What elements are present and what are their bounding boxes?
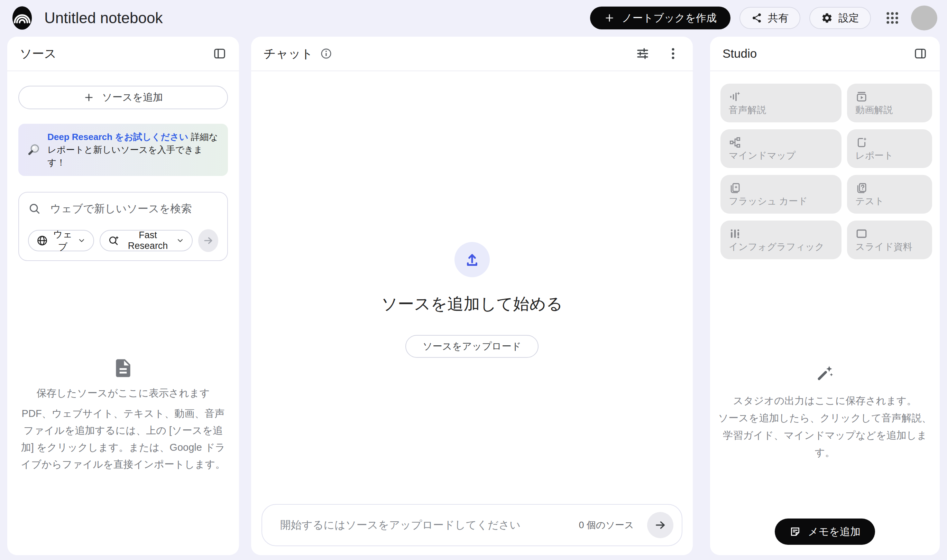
chat-panel-header: チャット bbox=[251, 37, 693, 71]
chevron-down-icon bbox=[176, 237, 184, 245]
tool-label: スライド資料 bbox=[855, 241, 912, 253]
quiz-icon bbox=[855, 182, 868, 194]
plus-icon bbox=[604, 12, 615, 23]
share-button[interactable]: 共有 bbox=[739, 7, 800, 29]
tool-label: フラッシュ カード bbox=[729, 195, 808, 208]
settings-button[interactable]: 設定 bbox=[809, 7, 871, 29]
audio-overview-icon bbox=[729, 91, 741, 103]
infographic-icon bbox=[729, 228, 741, 240]
magic-wand-icon bbox=[816, 364, 834, 382]
tool-label: 音声解説 bbox=[729, 104, 766, 116]
gear-icon bbox=[821, 12, 833, 24]
globe-icon bbox=[36, 235, 48, 246]
slides-icon bbox=[855, 228, 868, 240]
tool-label: テスト bbox=[855, 195, 884, 208]
tool-label: マインドマップ bbox=[729, 149, 796, 162]
report-icon bbox=[855, 136, 868, 149]
upload-icon[interactable] bbox=[455, 242, 490, 277]
add-note-button[interactable]: メモを追加 bbox=[775, 518, 875, 545]
chat-panel-title: チャット bbox=[264, 46, 313, 62]
add-note-label: メモを追加 bbox=[808, 525, 861, 539]
add-note-row: メモを追加 bbox=[710, 510, 940, 555]
web-source-chip[interactable]: ウェブ bbox=[28, 230, 94, 251]
apps-grid-icon[interactable] bbox=[881, 7, 904, 29]
add-source-label: ソースを追加 bbox=[102, 91, 163, 105]
sources-empty-title: 保存したソースがここに表示されます bbox=[36, 386, 210, 400]
tool-slides[interactable]: スライド資料 bbox=[847, 220, 932, 259]
search-options-row: ウェブ Fast Researc bbox=[28, 229, 218, 252]
tool-label: 動画解説 bbox=[855, 104, 893, 116]
main-area: ソース ソースを追加 bbox=[0, 36, 947, 560]
add-source-button[interactable]: ソースを追加 bbox=[19, 86, 228, 109]
studio-tools-grid: 音声解説 動画解説 bbox=[710, 71, 940, 259]
chat-empty-title: ソースを追加して始める bbox=[381, 293, 563, 315]
studio-empty-line1: スタジオの出力はここに保存されます。 bbox=[733, 392, 917, 409]
tool-flashcards[interactable]: フラッシュ カード bbox=[720, 175, 842, 214]
web-search-input[interactable] bbox=[49, 202, 218, 215]
source-count: 0 個のソース bbox=[579, 519, 634, 531]
collapse-studio-panel-icon[interactable] bbox=[913, 47, 927, 60]
studio-panel-title: Studio bbox=[723, 47, 757, 60]
plus-icon bbox=[83, 92, 94, 103]
deep-research-text: Deep Research をお試しください 詳細なレポートと新しいソースを入手… bbox=[47, 131, 220, 169]
studio-panel-header: Studio bbox=[710, 37, 940, 71]
note-icon bbox=[789, 526, 801, 537]
search-row bbox=[28, 202, 218, 215]
fast-research-icon bbox=[108, 235, 120, 246]
info-icon[interactable] bbox=[320, 47, 332, 60]
tool-quiz[interactable]: テスト bbox=[847, 175, 932, 214]
share-label: 共有 bbox=[768, 11, 788, 25]
tool-mind-map[interactable]: マインドマップ bbox=[720, 129, 842, 168]
create-notebook-label: ノートブックを作成 bbox=[622, 11, 717, 25]
share-icon bbox=[751, 12, 762, 23]
settings-label: 設定 bbox=[838, 11, 859, 25]
page-title[interactable]: Untitled notebook bbox=[44, 9, 163, 27]
chat-input-bar: 0 個のソース bbox=[261, 504, 682, 546]
web-chip-label: ウェブ bbox=[53, 228, 72, 253]
studio-empty-state: スタジオの出力はここに保存されます。 ソースを追加したら、クリックして音声解説、… bbox=[710, 259, 940, 510]
sources-panel-header: ソース bbox=[7, 37, 239, 71]
avatar[interactable] bbox=[911, 6, 937, 31]
upload-source-button[interactable]: ソースをアップロード bbox=[406, 335, 538, 358]
chat-input[interactable] bbox=[279, 518, 574, 532]
studio-empty-line2: ソースを追加したら、クリックして音声解説、学習ガイド、マインドマップなどを追加し… bbox=[716, 409, 934, 461]
search-icon bbox=[28, 202, 41, 215]
chat-panel: チャット bbox=[251, 37, 693, 555]
tool-label: インフォグラフィック bbox=[729, 241, 824, 253]
more-options-icon[interactable] bbox=[666, 46, 680, 61]
tool-audio-overview[interactable]: 音声解説 bbox=[720, 84, 842, 122]
send-button[interactable] bbox=[647, 512, 673, 538]
video-overview-icon bbox=[855, 91, 868, 103]
document-icon bbox=[113, 357, 134, 379]
deep-research-link[interactable]: Deep Research をお試しください bbox=[47, 132, 188, 142]
studio-panel: Studio 音声解説 bbox=[710, 37, 940, 555]
chat-head-right bbox=[635, 46, 680, 61]
sources-empty-state: 保存したソースがここに表示されます PDF、ウェブサイト、テキスト、動画、音声フ… bbox=[7, 261, 239, 555]
mind-map-icon bbox=[729, 136, 741, 149]
tool-label: レポート bbox=[855, 149, 893, 162]
chevron-down-icon bbox=[77, 237, 86, 245]
create-notebook-button[interactable]: ノートブックを作成 bbox=[590, 6, 731, 29]
research-mode-chip[interactable]: Fast Research bbox=[100, 230, 193, 251]
sources-panel-title: ソース bbox=[20, 46, 57, 62]
magnifier-emoji-icon bbox=[27, 143, 41, 157]
top-bar: Untitled notebook ノートブックを作成 共有 設定 bbox=[0, 0, 947, 36]
flashcards-icon bbox=[729, 182, 741, 194]
notebooklm-logo[interactable] bbox=[12, 6, 32, 31]
web-source-search-card: ウェブ Fast Researc bbox=[19, 192, 228, 261]
sources-panel: ソース ソースを追加 bbox=[7, 37, 239, 555]
deep-research-banner: Deep Research をお試しください 詳細なレポートと新しいソースを入手… bbox=[19, 124, 228, 176]
collapse-sources-panel-icon[interactable] bbox=[213, 47, 227, 60]
search-submit-button[interactable] bbox=[198, 229, 218, 252]
chat-settings-icon[interactable] bbox=[635, 46, 650, 61]
research-chip-label: Fast Research bbox=[125, 230, 171, 251]
tool-report[interactable]: レポート bbox=[847, 129, 932, 168]
chat-head-left: チャット bbox=[264, 46, 332, 62]
chat-empty-state: ソースを追加して始める ソースをアップロード bbox=[251, 71, 693, 504]
tool-video-overview[interactable]: 動画解説 bbox=[847, 84, 932, 122]
tool-infographic[interactable]: インフォグラフィック bbox=[720, 220, 842, 259]
sources-empty-body: PDF、ウェブサイト、テキスト、動画、音声ファイルを追加するには、上の [ソース… bbox=[18, 405, 228, 473]
